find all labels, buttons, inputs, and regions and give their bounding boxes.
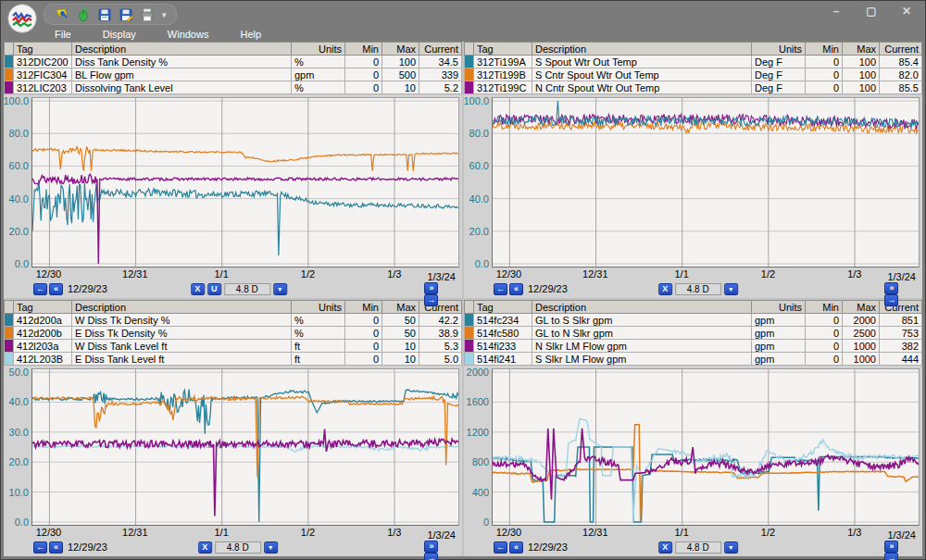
column-header-tag[interactable]: Tag: [474, 43, 532, 56]
duration-value[interactable]: 4.8 D: [675, 283, 721, 295]
min-cell: 0: [806, 314, 843, 327]
scroll-left-button[interactable]: ←: [33, 283, 47, 295]
scroll-left-button[interactable]: ←: [33, 541, 47, 554]
column-header-tag[interactable]: Tag: [14, 301, 72, 314]
tag-table: TagDescriptionUnitsMinMaxCurrent312Ti199…: [464, 42, 922, 94]
scroll-right-button[interactable]: →: [424, 294, 438, 306]
duration-dropdown-button[interactable]: ▼: [264, 541, 278, 554]
page-left-button[interactable]: «: [509, 541, 523, 554]
close-button[interactable]: ✕: [899, 5, 914, 18]
column-header-tag[interactable]: Tag: [14, 43, 72, 56]
annotate-icon[interactable]: [54, 6, 69, 22]
pen-color-swatch: [5, 340, 14, 353]
column-header-tag[interactable]: Tag: [474, 301, 532, 314]
end-date-label: 1/3/24: [427, 271, 456, 282]
table-row[interactable]: 514fc234GL to S Slkr gpmgpm02000851: [465, 314, 922, 327]
menu-item-help[interactable]: Help: [240, 29, 261, 40]
duration-value[interactable]: 4.8 D: [215, 541, 261, 554]
trend-plot[interactable]: [31, 97, 459, 268]
x-axis-labels: 12/3012/311/11/21/3: [492, 526, 919, 539]
duration-dropdown-button[interactable]: ▼: [724, 283, 738, 295]
table-row[interactable]: 514fi233N Slkr LM Flow gpmgpm01000382: [465, 340, 922, 353]
column-header-units[interactable]: Units: [292, 43, 345, 56]
table-row[interactable]: 312DIC200Diss Tank Density %%010034.5: [5, 56, 462, 68]
table-row[interactable]: 312FIC304BL Flow gpmgpm0500339: [5, 68, 462, 81]
table-row[interactable]: 312Ti199AS Spout Wtr Out TempDeg F010085…: [465, 56, 922, 68]
scroll-left-button[interactable]: ←: [494, 283, 507, 295]
duration-value[interactable]: 4.8 D: [224, 283, 270, 295]
column-header-max[interactable]: Max: [382, 301, 419, 314]
menu-item-display[interactable]: Display: [103, 29, 136, 40]
y-tick-label: 30.0: [9, 427, 29, 438]
units-cell: gpm: [752, 340, 806, 353]
duration-dropdown-button[interactable]: ▼: [273, 283, 287, 295]
page-left-button[interactable]: «: [49, 283, 63, 295]
y-tick-label: 40.0: [469, 193, 489, 205]
scroll-right-button[interactable]: →: [884, 294, 898, 306]
trend-plot[interactable]: [492, 368, 920, 526]
table-row[interactable]: 412d200aW Diss Tk Density %%05042.2: [5, 314, 462, 327]
scroll-left-button[interactable]: ←: [494, 541, 507, 554]
trend-plot[interactable]: [492, 97, 920, 268]
pointer-icon[interactable]: [75, 6, 91, 22]
menu-item-file[interactable]: File: [55, 29, 71, 40]
column-header-units[interactable]: Units: [752, 301, 806, 314]
table-row[interactable]: 412l203aW Diss Tank Level ftft0105.3: [5, 340, 462, 353]
end-date-label: 1/3/24: [887, 271, 916, 282]
axis-x-button[interactable]: X: [191, 283, 205, 295]
trend-plot[interactable]: [31, 368, 459, 526]
toolbar-overflow-icon[interactable]: ▾: [162, 10, 167, 19]
max-cell: 2000: [843, 314, 880, 327]
column-header-max[interactable]: Max: [843, 43, 880, 56]
axis-u-button[interactable]: U: [207, 283, 221, 295]
x-tick-label: 1/1: [674, 268, 688, 280]
column-header-description[interactable]: Description: [72, 301, 292, 314]
scroll-right-button[interactable]: →: [424, 553, 438, 560]
maximize-button[interactable]: ▢: [864, 5, 879, 18]
print-icon[interactable]: [139, 6, 155, 22]
table-row[interactable]: 412d200bE Diss Tk Density %%05038.9: [5, 327, 462, 340]
column-header-min[interactable]: Min: [345, 43, 382, 56]
table-row[interactable]: 514fi241S Slkr LM Flow gpmgpm01000444: [465, 353, 922, 366]
axis-x-button[interactable]: X: [658, 541, 672, 554]
save-icon[interactable]: [96, 6, 112, 22]
column-header-units[interactable]: Units: [292, 301, 345, 314]
table-row[interactable]: 412L203BE Diss Tank Level ftft0105.0: [5, 353, 462, 366]
column-header-max[interactable]: Max: [843, 301, 880, 314]
scroll-right-button[interactable]: →: [884, 553, 898, 560]
duration-dropdown-button[interactable]: ▼: [724, 541, 738, 554]
page-left-button[interactable]: «: [49, 541, 63, 554]
column-header-description[interactable]: Description: [532, 43, 752, 56]
column-header-min[interactable]: Min: [345, 301, 382, 314]
page-right-button[interactable]: »: [424, 282, 438, 294]
x-tick-label: 12/31: [582, 268, 608, 280]
duration-value[interactable]: 4.8 D: [675, 541, 721, 554]
column-header-units[interactable]: Units: [752, 43, 806, 56]
pen-color-swatch: [5, 353, 14, 366]
column-header-description[interactable]: Description: [532, 301, 752, 314]
axis-x-button[interactable]: X: [198, 541, 212, 554]
menu-item-windows[interactable]: Windows: [168, 29, 209, 40]
column-header-current[interactable]: Current: [419, 43, 462, 56]
end-date-label: 1/3/24: [887, 529, 916, 541]
axis-x-button[interactable]: X: [658, 283, 672, 295]
column-header-description[interactable]: Description: [72, 43, 292, 56]
minimize-button[interactable]: –: [829, 5, 844, 18]
page-left-button[interactable]: «: [509, 283, 523, 295]
y-tick-label: 80.0: [469, 128, 489, 139]
table-row[interactable]: 312Ti199CN Cntr Spout Wtr Out TempDeg F0…: [465, 81, 922, 94]
units-cell: %: [292, 327, 345, 340]
column-header-max[interactable]: Max: [382, 43, 419, 56]
column-header-min[interactable]: Min: [806, 301, 843, 314]
table-row[interactable]: 312Ti199BS Cntr Spout Wtr Out TempDeg F0…: [465, 68, 922, 81]
table-row[interactable]: 312LIC203Dissolving Tank Level%0105.2: [5, 81, 462, 94]
table-row[interactable]: 514fc580GL to N Slkr gpmgpm02500753: [465, 327, 922, 340]
page-right-button[interactable]: »: [424, 541, 438, 553]
column-header-min[interactable]: Min: [806, 43, 843, 56]
column-header-current[interactable]: Current: [880, 43, 922, 56]
page-right-button[interactable]: »: [884, 541, 898, 553]
page-right-button[interactable]: »: [884, 282, 898, 294]
app-logo-icon: [7, 4, 37, 33]
save-as-icon[interactable]: [118, 6, 133, 22]
pen-color-swatch: [5, 56, 14, 68]
